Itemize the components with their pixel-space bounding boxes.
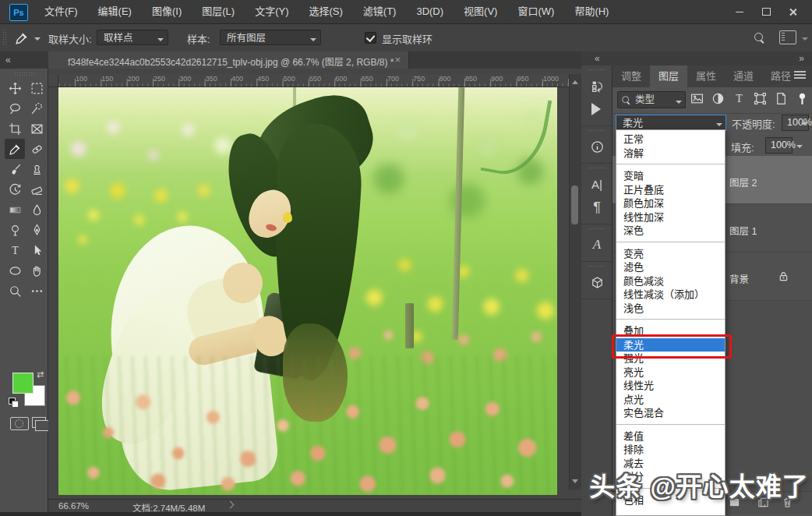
fill-select[interactable]: 100% <box>765 137 793 154</box>
layer-filter-select[interactable]: 类型 <box>617 91 686 108</box>
smudge-tool[interactable] <box>26 200 47 220</box>
blend-mode-option[interactable]: 滤色 <box>616 260 725 274</box>
menu-item[interactable]: 图层(L) <box>192 0 245 23</box>
menu-item[interactable]: 文件(F) <box>34 0 88 23</box>
tool-preset-chevron-icon[interactable] <box>34 37 41 44</box>
status-chevron-icon[interactable] <box>227 501 235 509</box>
swap-colors-icon[interactable]: ⇄ <box>37 369 44 380</box>
vertical-scrollbar[interactable] <box>569 74 581 489</box>
menu-item[interactable]: 帮助(H) <box>564 0 619 23</box>
info-panel-icon[interactable] <box>581 135 613 158</box>
blend-mode-select[interactable]: 柔光 <box>616 115 726 131</box>
panel-menu-icon[interactable] <box>794 74 806 76</box>
minimize-button[interactable] <box>726 0 753 23</box>
scroll-up-icon[interactable] <box>572 77 578 84</box>
pen-tool[interactable] <box>26 220 47 240</box>
blend-mode-option[interactable]: 亮光 <box>616 366 725 380</box>
shape-tool[interactable] <box>5 260 25 281</box>
tab-paths[interactable]: 路径 <box>762 65 800 87</box>
menu-item[interactable]: 视图(V) <box>454 0 507 23</box>
tab-layers[interactable]: 图层 <box>650 65 687 87</box>
blend-mode-option[interactable]: 正片叠底 <box>616 183 725 197</box>
menu-item[interactable]: 编辑(E) <box>88 0 142 23</box>
blend-mode-option[interactable]: 正常 <box>616 133 725 147</box>
blend-mode-option[interactable]: 颜色减淡 <box>616 274 725 288</box>
fill-chevron-icon[interactable] <box>796 145 803 151</box>
history-panel-icon[interactable] <box>581 74 613 97</box>
document-tab[interactable]: f348fe4ce3244ac0b2553c42d2612715_tplv-ob… <box>48 51 409 69</box>
blend-mode-option[interactable]: 变暗 <box>616 169 725 183</box>
default-colors-icon[interactable] <box>9 398 18 407</box>
scroll-down-icon[interactable] <box>572 479 578 486</box>
actions-play-panel-icon[interactable] <box>581 97 613 121</box>
opacity-chevron-icon[interactable] <box>801 122 807 129</box>
blend-mode-option[interactable]: 变亮 <box>616 247 725 261</box>
blend-mode-option[interactable]: 颜色加深 <box>616 196 725 210</box>
quick-mask-button[interactable] <box>10 417 29 430</box>
blend-mode-option[interactable]: 深色 <box>616 224 725 238</box>
sample-layers-select[interactable]: 所有图层 <box>220 30 321 45</box>
blend-mode-option[interactable]: 排除 <box>616 443 725 457</box>
blend-mode-option[interactable]: 线性光 <box>616 379 725 393</box>
close-button[interactable] <box>779 0 806 23</box>
eyedropper-tool[interactable] <box>5 139 25 159</box>
zoom-tool[interactable] <box>5 281 25 301</box>
menu-item[interactable]: 窗口(W) <box>507 0 564 23</box>
show-sampling-ring-checkbox[interactable] <box>365 32 376 44</box>
blend-mode-option[interactable]: 溶解 <box>616 147 725 161</box>
screen-mode-button[interactable] <box>32 417 46 428</box>
tab-channels[interactable]: 通道 <box>725 65 762 87</box>
lasso-tool[interactable] <box>5 98 25 118</box>
workspace-chevron-icon[interactable] <box>802 37 808 44</box>
collapse-dock-icon[interactable]: « <box>5 55 11 65</box>
paragraph-panel-icon[interactable]: ¶ <box>581 196 613 219</box>
menu-item[interactable]: 选择(S) <box>298 0 352 23</box>
smart-object-filter-icon[interactable] <box>775 92 788 108</box>
maximize-button[interactable] <box>753 0 779 23</box>
tab-properties[interactable]: 属性 <box>687 65 725 87</box>
frame-tool[interactable] <box>26 118 47 139</box>
menu-item[interactable]: 滤镜(T) <box>353 0 407 23</box>
shape-filter-icon[interactable] <box>754 92 767 108</box>
crop-tool[interactable] <box>5 118 25 139</box>
menu-item[interactable]: 文字(Y) <box>245 0 298 23</box>
history-brush-tool[interactable] <box>5 179 25 200</box>
eraser-tool[interactable] <box>26 179 47 200</box>
menu-item[interactable]: 3D(D) <box>406 0 454 23</box>
character-panel-icon[interactable]: A| <box>581 172 613 196</box>
menu-item[interactable]: 图像(I) <box>142 0 192 23</box>
blend-mode-option[interactable]: 实色混合 <box>616 406 725 420</box>
tab-close-icon[interactable]: × <box>394 54 401 65</box>
hand-tool[interactable] <box>26 260 47 281</box>
blend-mode-option[interactable]: 差值 <box>616 429 725 444</box>
3d-panel-icon[interactable] <box>581 270 613 294</box>
gradient-tool[interactable] <box>5 200 25 220</box>
collapse-panels-icon[interactable]: « <box>595 53 600 64</box>
workspace-icon[interactable] <box>779 30 796 44</box>
move-tool[interactable] <box>5 78 25 98</box>
search-icon[interactable] <box>754 32 764 46</box>
zoom-level[interactable]: 66.67% <box>58 501 89 511</box>
healing-tool[interactable] <box>26 139 47 159</box>
tab-adjustments[interactable]: 调整 <box>613 65 650 87</box>
adjustment-filter-icon[interactable] <box>711 92 725 108</box>
eyedropper-tool-icon[interactable] <box>12 29 31 48</box>
stamp-tool[interactable] <box>26 159 47 179</box>
marquee-tool[interactable] <box>26 78 47 98</box>
blend-mode-option[interactable]: 点光 <box>616 393 725 407</box>
scrollbar-thumb[interactable] <box>571 186 578 224</box>
more-tool[interactable] <box>26 281 47 301</box>
foreground-color-swatch[interactable] <box>12 373 34 394</box>
blend-mode-option[interactable]: 浅色 <box>616 302 725 316</box>
type-tool[interactable]: T <box>5 240 25 260</box>
filter-pin-icon[interactable] <box>796 92 809 108</box>
blend-mode-option[interactable]: 线性加深 <box>616 210 725 224</box>
brush-tool[interactable] <box>5 159 25 179</box>
glyphs-panel-icon[interactable]: A <box>581 233 613 256</box>
blend-mode-option[interactable]: 线性减淡（添加） <box>616 288 725 302</box>
expand-panels-icon[interactable]: » <box>799 53 804 64</box>
canvas-image[interactable] <box>58 87 557 495</box>
dodge-tool[interactable] <box>5 220 25 240</box>
sample-size-select[interactable]: 取样点 <box>97 30 168 45</box>
path-select-tool[interactable] <box>26 240 47 260</box>
